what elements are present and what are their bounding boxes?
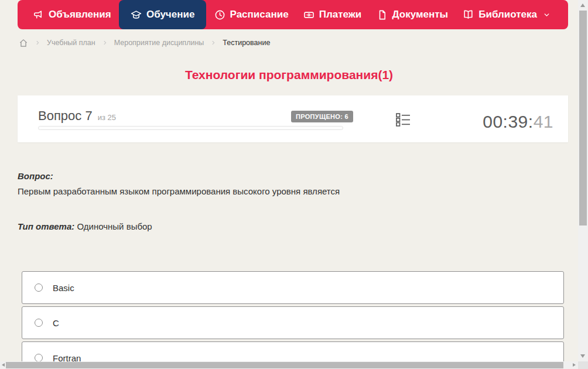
breadcrumb-item-study-plan[interactable]: Учебный план: [47, 39, 95, 47]
nav-item-schedule[interactable]: Расписание: [207, 0, 296, 29]
nav-item-learning[interactable]: Обучение: [119, 0, 206, 29]
nav-item-payments[interactable]: Платежи: [296, 0, 369, 29]
chevron-down-icon: [542, 11, 551, 19]
option-basic[interactable]: Basic: [22, 271, 564, 304]
question-counter: Вопрос 7 из 25: [38, 108, 116, 124]
question-list-icon[interactable]: [395, 112, 411, 128]
skipped-badge: ПРОПУЩЕНО: 6: [291, 111, 353, 122]
radio-fortran[interactable]: [35, 354, 43, 362]
answer-type-row: Тип ответа: Одиночный выбор: [18, 221, 152, 231]
timer: 00:39:41: [483, 112, 553, 132]
question-text: Первым разработанным языком программиров…: [18, 186, 545, 196]
nav-item-label: Библиотека: [478, 9, 537, 20]
top-navbar: Объявления Обучение Расписание Платежи Д…: [18, 0, 568, 29]
breadcrumb: Учебный план Мероприятие дисциплины Тест…: [19, 37, 270, 49]
nav-item-label: Объявления: [49, 9, 111, 20]
radio-basic[interactable]: [35, 283, 43, 292]
answer-options: Basic C Fortran: [22, 271, 564, 369]
megaphone-icon: [33, 9, 44, 20]
breadcrumb-separator-icon: [35, 40, 40, 46]
nav-item-announcements[interactable]: Объявления: [26, 0, 118, 29]
answer-type-value: Одиночный выбор: [77, 221, 152, 231]
breadcrumb-separator-icon: [210, 40, 216, 46]
question-header-card: Вопрос 7 из 25 ПРОПУЩЕНО: 6 00:39:41: [18, 95, 568, 142]
graduation-cap-icon: [131, 9, 142, 20]
option-label: Basic: [53, 283, 74, 293]
vertical-scrollbar-thumb[interactable]: [579, 11, 587, 226]
timer-hours-minutes: 00:39:: [483, 112, 533, 131]
home-icon[interactable]: [19, 39, 28, 47]
timer-seconds: 41: [534, 112, 553, 131]
breadcrumb-item-discipline-event[interactable]: Мероприятие дисциплины: [114, 39, 204, 47]
banknote-icon: [303, 9, 314, 20]
option-label: C: [53, 318, 59, 328]
breadcrumb-separator-icon: [102, 40, 108, 46]
scrollbar-corner: [578, 361, 588, 369]
option-c[interactable]: C: [22, 306, 564, 339]
document-icon: [377, 9, 388, 20]
progress-bar: [38, 126, 343, 130]
nav-item-label: Обучение: [146, 9, 194, 20]
page-title: Технологии программирования(1): [0, 68, 578, 82]
book-icon: [463, 9, 474, 20]
answer-type-label: Тип ответа:: [18, 221, 74, 231]
radio-c[interactable]: [35, 319, 43, 327]
nav-item-library[interactable]: Библиотека: [456, 0, 558, 29]
nav-item-label: Платежи: [319, 9, 362, 20]
nav-item-label: Документы: [392, 9, 449, 20]
vertical-scrollbar[interactable]: [578, 0, 588, 361]
nav-item-label: Расписание: [230, 9, 289, 20]
scroll-left-arrow-icon[interactable]: [2, 363, 5, 367]
scroll-up-arrow-icon[interactable]: [580, 4, 585, 7]
question-number: Вопрос 7: [38, 108, 93, 124]
breadcrumb-item-testing: Тестирование: [223, 39, 270, 47]
scroll-right-arrow-icon[interactable]: [573, 363, 576, 367]
question-total: из 25: [98, 113, 116, 122]
horizontal-scrollbar-thumb[interactable]: [6, 362, 563, 368]
nav-item-documents[interactable]: Документы: [370, 0, 456, 29]
scroll-down-arrow-icon[interactable]: [580, 354, 585, 358]
question-heading: Вопрос:: [18, 171, 53, 181]
clock-icon: [214, 9, 225, 20]
horizontal-scrollbar[interactable]: [0, 361, 578, 369]
